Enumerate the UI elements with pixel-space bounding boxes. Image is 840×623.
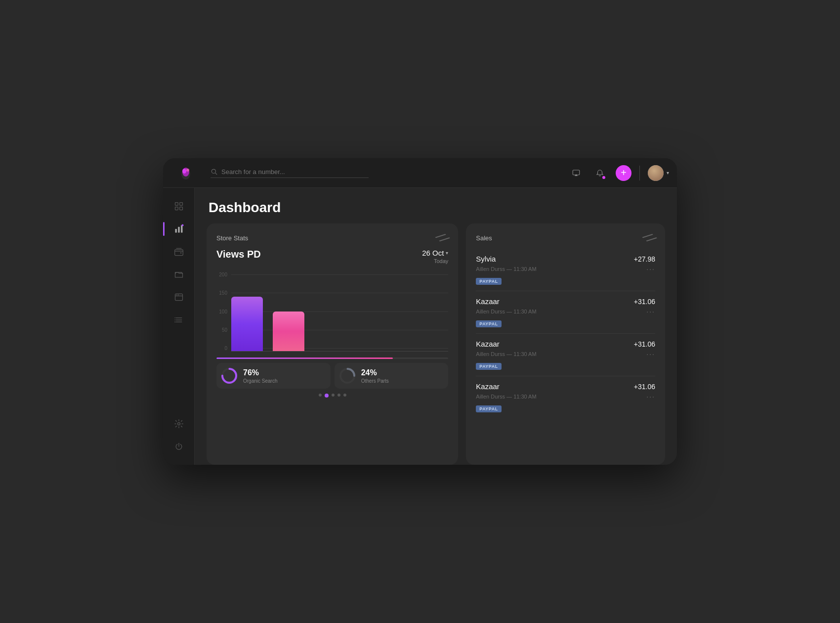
notification-button[interactable]: [592, 165, 608, 181]
sale-name-3: Kazaar: [476, 382, 500, 391]
sidebar-item-list[interactable]: [167, 310, 191, 330]
sales-list: Sylvia +27.98 Aillen Durss — 11:30 AM ··…: [476, 249, 655, 455]
dot-3[interactable]: [332, 394, 335, 397]
sidebar-item-folder-open[interactable]: [167, 264, 191, 285]
svg-rect-15: [174, 250, 183, 256]
sidebar-item-wallet[interactable]: [167, 241, 191, 262]
chat-icon: [572, 169, 581, 178]
sales-menu-icon[interactable]: ╱╱: [643, 231, 657, 245]
sale-menu-3[interactable]: ···: [646, 393, 655, 400]
sale-sub-0: Aillen Durss — 11:30 AM: [476, 266, 536, 272]
sale-amount-3: +31.06: [634, 383, 655, 391]
search-input[interactable]: [221, 168, 370, 176]
chart-baseline: [231, 351, 448, 352]
svg-point-14: [181, 224, 183, 226]
svg-rect-13: [181, 225, 182, 233]
svg-rect-8: [179, 203, 182, 206]
sale-item-2: Kazaar +31.06 Aillen Durss — 11:30 AM ··…: [476, 334, 655, 376]
top-bar: + ▾: [163, 158, 677, 188]
svg-rect-12: [178, 227, 179, 233]
search-icon: [210, 168, 217, 175]
svg-point-27: [177, 423, 180, 425]
chart-label: Views PD: [216, 249, 261, 260]
carousel-dots: [216, 394, 448, 398]
search-area: [210, 168, 558, 178]
svg-rect-10: [179, 207, 182, 210]
dot-2[interactable]: [325, 394, 329, 398]
add-button[interactable]: +: [616, 165, 631, 181]
top-divider: [639, 166, 640, 180]
sale-amount-2: +31.06: [634, 340, 655, 348]
window-icon: [174, 292, 184, 302]
svg-point-2: [182, 169, 186, 174]
sale-item-1: Kazaar +31.06 Aillen Durss — 11:30 AM ··…: [476, 291, 655, 334]
search-underline: [210, 178, 369, 178]
cards-row: Store Stats ╱╱ Views PD 26 Oct ▾ Today: [195, 223, 677, 465]
svg-rect-9: [175, 207, 178, 210]
grid-icon: [174, 201, 184, 211]
chat-button[interactable]: [568, 165, 584, 181]
sidebar-item-window[interactable]: [167, 287, 191, 308]
sidebar-item-dashboard[interactable]: [167, 196, 191, 217]
sale-sub-2: Aillen Durss — 11:30 AM: [476, 351, 536, 357]
avatar-image: [648, 165, 664, 181]
svg-point-24: [174, 317, 175, 318]
svg-point-26: [174, 321, 175, 322]
store-stats-header: Store Stats ╱╱: [216, 233, 448, 243]
progress-bar-area: [216, 357, 448, 359]
app-logo-icon: [178, 165, 194, 181]
svg-rect-17: [175, 294, 182, 300]
sales-title: Sales: [476, 234, 492, 242]
sale-name-2: Kazaar: [476, 340, 500, 348]
page-title: Dashboard: [195, 188, 677, 223]
dot-1[interactable]: [319, 394, 322, 397]
avatar: [648, 165, 664, 181]
dashboard-area: Dashboard Store Stats ╱╱ Views PD 26 Oct…: [195, 188, 677, 465]
notification-dot: [602, 176, 605, 179]
device-frame: + ▾: [163, 158, 677, 465]
date-selector[interactable]: 26 Oct ▾ Today: [422, 249, 448, 264]
stats-row: 76% Organic Search 24% Others Pa: [216, 363, 448, 389]
dot-5[interactable]: [343, 394, 346, 397]
top-actions: + ▾: [568, 165, 669, 181]
bars-area: [216, 287, 448, 351]
donut-organic-icon: [220, 367, 238, 385]
user-area[interactable]: ▾: [648, 165, 669, 181]
store-stats-title: Store Stats: [216, 234, 248, 242]
sidebar-item-settings[interactable]: [167, 413, 191, 434]
stat-organic: 76% Organic Search: [216, 363, 331, 389]
sale-menu-1[interactable]: ···: [646, 308, 655, 315]
donut-others-icon: [338, 367, 356, 385]
sale-menu-0[interactable]: ···: [646, 265, 655, 273]
store-stats-card: Store Stats ╱╱ Views PD 26 Oct ▾ Today: [207, 223, 458, 465]
svg-rect-7: [175, 203, 178, 206]
sale-amount-0: +27.98: [634, 255, 655, 263]
sale-amount-1: +31.06: [634, 298, 655, 306]
bar-pink: [273, 312, 304, 351]
paypal-badge-0: PAYPAL: [476, 278, 501, 285]
store-stats-menu-icon[interactable]: ╱╱: [436, 231, 450, 245]
sale-item-0: Sylvia +27.98 Aillen Durss — 11:30 AM ··…: [476, 249, 655, 291]
user-chevron-icon: ▾: [667, 170, 669, 176]
svg-point-19: [176, 295, 177, 296]
logo-area: [171, 165, 201, 181]
sale-item-3: Kazaar +31.06 Aillen Durss — 11:30 AM ··…: [476, 376, 655, 418]
wallet-icon: [174, 247, 184, 257]
sidebar-item-analytics[interactable]: [167, 219, 191, 239]
svg-rect-11: [175, 229, 176, 233]
dot-4[interactable]: [337, 394, 340, 397]
sale-sub-1: Aillen Durss — 11:30 AM: [476, 309, 536, 314]
main-content: Dashboard Store Stats ╱╱ Views PD 26 Oct…: [163, 188, 677, 465]
stat-others-pct: 24%: [361, 368, 389, 377]
stat-organic-pct: 76%: [243, 368, 277, 377]
sidebar-item-power[interactable]: [167, 436, 191, 457]
svg-line-5: [215, 173, 217, 175]
date-chevron-icon: ▾: [446, 250, 448, 256]
progress-track: [216, 357, 448, 359]
progress-fill: [216, 357, 393, 359]
list-icon: [174, 315, 184, 325]
chart-icon: [174, 224, 184, 234]
stat-organic-label: Organic Search: [243, 378, 277, 384]
sale-menu-2[interactable]: ···: [646, 350, 655, 358]
folder-open-icon: [174, 269, 184, 279]
